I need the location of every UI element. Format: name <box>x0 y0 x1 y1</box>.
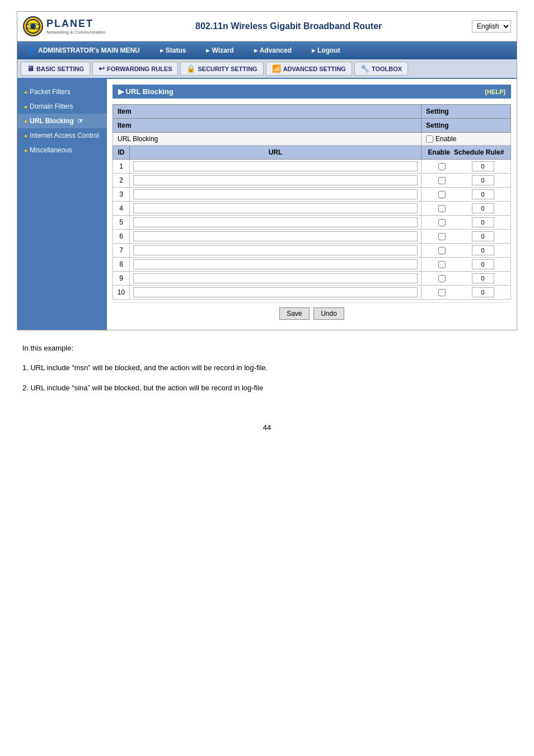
nav-logout[interactable]: ▶ Logout <box>307 44 345 57</box>
page-number: 44 <box>17 412 517 443</box>
row-url-cell[interactable] <box>130 160 421 174</box>
language-select[interactable]: English <box>472 20 511 32</box>
schedule-input-3[interactable] <box>472 189 494 199</box>
undo-button[interactable]: Undo <box>313 307 344 320</box>
url-input-10[interactable] <box>133 287 418 297</box>
url-input-9[interactable] <box>133 273 418 283</box>
url-input-2[interactable] <box>133 175 418 185</box>
sidebar-item-url-blocking[interactable]: ● URL Blocking ☞ <box>17 114 107 128</box>
url-input-3[interactable] <box>133 189 418 199</box>
url-blocking-table: Item Setting Item Setting URL Blocking E… <box>113 104 511 300</box>
schedule-input-10[interactable] <box>472 287 494 297</box>
row-url-cell[interactable] <box>130 174 421 188</box>
tab-forwarding-rules[interactable]: ↩ FORWARDING RULES <box>92 62 179 76</box>
logo-planet-text: PLANET <box>46 18 105 30</box>
row-url-cell[interactable] <box>130 230 421 244</box>
schedule-input-9[interactable] <box>472 273 494 283</box>
row-id: 4 <box>113 202 130 216</box>
schedule-input-7[interactable] <box>472 245 494 255</box>
save-button[interactable]: Save <box>279 307 309 320</box>
logo-icon <box>23 16 43 36</box>
enable-checkbox-2[interactable] <box>438 177 446 184</box>
url-blocking-enable-row: URL Blocking Enable <box>113 133 511 146</box>
description-intro: In this example: <box>22 342 512 354</box>
security-setting-icon: 🔒 <box>186 64 195 73</box>
row-url-cell[interactable] <box>130 216 421 230</box>
sidebar-item-packet-filters[interactable]: ● Packet Filters <box>17 85 107 99</box>
schedule-input-1[interactable] <box>472 161 494 171</box>
url-input-5[interactable] <box>133 217 418 227</box>
tab-advanced-setting[interactable]: 📶 ADVANCED SETTING <box>266 62 352 76</box>
row-url-cell[interactable] <box>130 272 421 286</box>
schedule-input-2[interactable] <box>472 175 494 185</box>
sidebar-item-internet-access[interactable]: ● Internet Access Control <box>17 128 107 143</box>
url-blocking-checkbox[interactable] <box>426 136 433 143</box>
url-input-4[interactable] <box>133 203 418 213</box>
save-area: Save Undo <box>113 302 511 324</box>
row-url-cell[interactable] <box>130 188 421 202</box>
tab-toolbox[interactable]: 🔧 TOOLBOX <box>354 62 408 76</box>
row-id: 8 <box>113 258 130 272</box>
sidebar-item-domain-filters[interactable]: ● Domain Filters <box>17 99 107 114</box>
enable-checkbox-4[interactable] <box>438 205 446 212</box>
description-point1: 1. URL include “msn” will be blocked, an… <box>22 361 512 374</box>
enable-checkbox-9[interactable] <box>438 275 446 282</box>
row-enable-schedule-cell <box>421 174 511 188</box>
nav-status[interactable]: ▶ Status <box>156 44 191 57</box>
row-url-cell[interactable] <box>130 244 421 258</box>
status-arrow-icon: ▶ <box>160 48 163 53</box>
enable-checkbox-3[interactable] <box>438 191 446 198</box>
row-id: 1 <box>113 160 130 174</box>
row-id: 2 <box>113 174 130 188</box>
help-link[interactable]: [HELP] <box>485 88 505 95</box>
enable-checkbox-1[interactable] <box>438 163 446 170</box>
table-row: 9 <box>113 272 511 286</box>
row-url-cell[interactable] <box>130 286 421 300</box>
row-enable-schedule-cell <box>421 258 511 272</box>
enable-checkbox-7[interactable] <box>438 247 446 254</box>
nav-admin[interactable]: 👤 ADMINISTRATOR's MAIN MENU <box>23 44 144 57</box>
tab-security-setting[interactable]: 🔒 SECURITY SETTING <box>180 62 263 76</box>
section-header: ▶ URL Blocking [HELP] <box>113 85 511 99</box>
url-blocking-enable-td[interactable]: Enable <box>421 133 511 146</box>
header-bar: PLANET Networking & Communication 802.11… <box>17 12 517 41</box>
nav-wizard[interactable]: ▶ Wizard <box>202 44 238 57</box>
row-url-cell[interactable] <box>130 202 421 216</box>
svg-point-1 <box>30 24 36 29</box>
table-row: 4 <box>113 202 511 216</box>
table-row: 1 <box>113 160 511 174</box>
table-row: 7 <box>113 244 511 258</box>
sidebar-item-miscellaneous[interactable]: ● Miscellaneous <box>17 143 107 157</box>
row-enable-schedule-cell <box>421 160 511 174</box>
enable-label[interactable]: Enable <box>426 135 506 143</box>
url-input-8[interactable] <box>133 259 418 269</box>
enable-checkbox-5[interactable] <box>438 219 446 226</box>
advanced-arrow-icon: ▶ <box>254 48 257 53</box>
col-header-row: ID URL Enable Schedule Rule# <box>113 146 511 160</box>
tab-bar: 🖥 BASIC SETTING ↩ FORWARDING RULES 🔒 SEC… <box>17 59 517 79</box>
tab-basic-setting[interactable]: 🖥 BASIC SETTING <box>21 62 90 76</box>
enable-checkbox-6[interactable] <box>438 233 446 240</box>
schedule-input-6[interactable] <box>472 231 494 241</box>
enable-header-span: Enable <box>428 148 450 156</box>
nav-advanced[interactable]: ▶ Advanced <box>250 44 296 57</box>
url-input-7[interactable] <box>133 245 418 255</box>
enable-checkbox-8[interactable] <box>438 261 446 268</box>
row-enable-schedule-cell <box>421 188 511 202</box>
schedule-input-8[interactable] <box>472 259 494 269</box>
url-input-1[interactable] <box>133 161 418 171</box>
enable-checkbox-10[interactable] <box>438 289 446 296</box>
logo-area: PLANET Networking & Communication <box>23 16 105 36</box>
wizard-arrow-icon: ▶ <box>206 48 209 53</box>
schedule-input-5[interactable] <box>472 217 494 227</box>
nav-bar: 👤 ADMINISTRATOR's MAIN MENU ▶ Status ▶ W… <box>17 41 517 59</box>
row-id: 7 <box>113 244 130 258</box>
schedule-input-4[interactable] <box>472 203 494 213</box>
bullet-icon-domain: ● <box>24 104 27 110</box>
description-point2: 2. URL include “sina” will be blocked, b… <box>22 381 512 394</box>
col-item-header: Item <box>113 105 421 119</box>
row-url-cell[interactable] <box>130 258 421 272</box>
url-input-6[interactable] <box>133 231 418 241</box>
forwarding-rules-icon: ↩ <box>99 64 105 73</box>
sidebar: ● Packet Filters ● Domain Filters ● URL … <box>17 79 107 330</box>
